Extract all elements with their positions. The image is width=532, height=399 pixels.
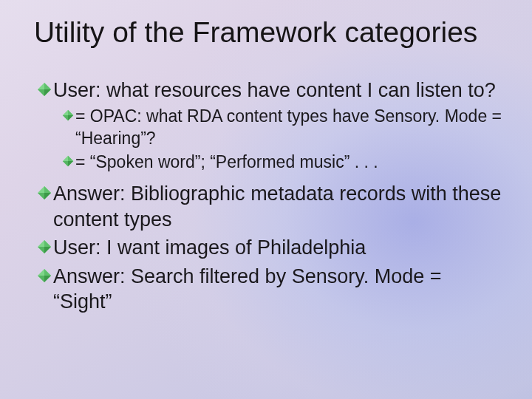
- diamond-bullet-icon: [37, 82, 53, 98]
- svg-marker-10: [68, 161, 73, 166]
- bullet-text: = OPAC: what RDA content types have Sens…: [75, 106, 505, 150]
- svg-marker-17: [44, 240, 51, 247]
- slide-title: Utility of the Framework categories: [34, 16, 505, 50]
- svg-marker-13: [44, 186, 51, 193]
- bullet-text: Answer: Search filtered by Sensory. Mode…: [53, 264, 505, 315]
- bullet-lvl1: Answer: Bibliographic metadata records w…: [37, 181, 505, 232]
- svg-marker-5: [68, 110, 73, 115]
- svg-marker-15: [38, 193, 44, 200]
- bullet-text: User: what resources have content I can …: [53, 78, 505, 103]
- svg-marker-21: [44, 269, 51, 276]
- diamond-bullet-icon: [37, 185, 53, 202]
- slide: Utility of the Framework categories User…: [0, 0, 532, 399]
- svg-marker-6: [68, 115, 73, 120]
- bullet-lvl1: Answer: Search filtered by Sensory. Mode…: [37, 264, 505, 315]
- svg-marker-3: [38, 89, 44, 96]
- svg-marker-11: [63, 161, 68, 166]
- svg-marker-18: [44, 247, 51, 253]
- svg-marker-14: [44, 193, 51, 200]
- svg-marker-1: [44, 83, 51, 89]
- slide-body: User: what resources have content I can …: [37, 78, 505, 315]
- bullet-lvl1: User: what resources have content I can …: [37, 78, 505, 103]
- svg-marker-9: [68, 156, 73, 161]
- diamond-bullet-icon: [37, 268, 53, 284]
- svg-marker-23: [38, 276, 44, 282]
- svg-marker-7: [63, 115, 68, 120]
- bullet-text: Answer: Bibliographic metadata records w…: [53, 181, 505, 232]
- diamond-bullet-icon: [62, 155, 75, 168]
- bullet-lvl2: = OPAC: what RDA content types have Sens…: [62, 106, 505, 150]
- bullet-text: = “Spoken word”; “Performed music” . . .: [75, 151, 505, 174]
- svg-marker-22: [44, 276, 51, 282]
- svg-marker-2: [44, 89, 51, 96]
- bullet-text: User: I want images of Philadelphia: [53, 235, 505, 261]
- diamond-bullet-icon: [62, 109, 75, 123]
- svg-marker-19: [38, 247, 44, 253]
- bullet-lvl2: = “Spoken word”; “Performed music” . . .: [62, 151, 505, 174]
- diamond-bullet-icon: [37, 239, 53, 256]
- bullet-lvl1: User: I want images of Philadelphia: [37, 235, 505, 261]
